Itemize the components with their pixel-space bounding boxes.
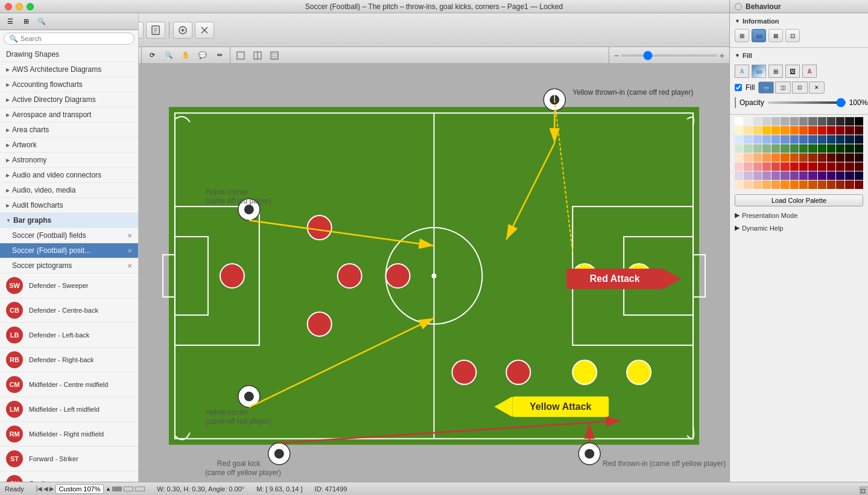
c58[interactable]: [799, 153, 808, 162]
c56[interactable]: [781, 153, 789, 162]
cb5[interactable]: [771, 135, 780, 144]
cr7[interactable]: [790, 162, 799, 171]
fill-linear-btn[interactable]: ◫: [775, 81, 791, 94]
cp7[interactable]: [790, 171, 799, 180]
cp5[interactable]: [771, 171, 780, 180]
sidebar-item-aws[interactable]: ▶ AWS Architecture Diagrams: [0, 62, 138, 77]
cr6[interactable]: [781, 162, 789, 171]
cg2[interactable]: [744, 144, 752, 153]
hand-tool[interactable]: ✋: [178, 49, 194, 62]
zoom-out-tool[interactable]: 🔍: [161, 49, 177, 62]
shape-item-st[interactable]: ST Forward - Striker: [0, 447, 138, 471]
c88[interactable]: [799, 180, 808, 189]
cg14[interactable]: [855, 144, 863, 153]
cr2-6[interactable]: [781, 126, 789, 135]
cr2-10[interactable]: [818, 126, 826, 135]
color-white[interactable]: [735, 117, 743, 126]
shape-item-lb[interactable]: LB Defender - Left-back: [0, 323, 138, 348]
cb2[interactable]: [744, 135, 752, 144]
c83[interactable]: [753, 180, 762, 189]
fill-radial-btn[interactable]: ⊡: [792, 81, 808, 94]
cp3[interactable]: [753, 171, 762, 180]
cg7[interactable]: [790, 144, 799, 153]
cb6[interactable]: [781, 135, 789, 144]
cp10[interactable]: [818, 171, 826, 180]
pencil-tool[interactable]: ✏: [212, 49, 227, 62]
color-3[interactable]: [762, 117, 771, 126]
shape-item-lm[interactable]: LM Midfielder - Left midfield: [0, 397, 138, 422]
fill-pattern-icon[interactable]: ⊞: [768, 65, 783, 78]
c81[interactable]: [735, 180, 743, 189]
dynamic-help-row[interactable]: ▶ Dynamic Help: [730, 222, 868, 234]
cp6[interactable]: [781, 171, 789, 180]
cr2-8[interactable]: [799, 126, 808, 135]
shape-item-rm[interactable]: RM Midfielder - Right midfield: [0, 422, 138, 447]
soccer-positions-close[interactable]: ✕: [127, 248, 132, 254]
c53[interactable]: [753, 153, 762, 162]
cb4[interactable]: [762, 135, 771, 144]
cp13[interactable]: [845, 171, 854, 180]
color-5[interactable]: [781, 117, 789, 126]
cr2[interactable]: [744, 162, 752, 171]
toolbar-insert-btn[interactable]: [173, 22, 192, 39]
cr14[interactable]: [855, 162, 863, 171]
tooltip-tool[interactable]: 💬: [195, 49, 211, 62]
sidebar-item-artwork[interactable]: ▶ Artwork: [0, 138, 138, 153]
presentation-mode-row[interactable]: ▶ Presentation Mode: [730, 209, 868, 222]
fill-color-icon[interactable]: A: [735, 65, 749, 78]
cb9[interactable]: [808, 135, 817, 144]
c55[interactable]: [771, 153, 780, 162]
cb13[interactable]: [845, 135, 854, 144]
sidebar-item-astronomy[interactable]: ▶ Astronomy: [0, 153, 138, 168]
cr2-12[interactable]: [836, 126, 844, 135]
cb14[interactable]: [855, 135, 863, 144]
sidebar-subitem-soccer-fields[interactable]: Soccer (Football) fields ✕: [0, 228, 138, 243]
grid-tool-2[interactable]: [250, 49, 265, 62]
cr2-1[interactable]: [735, 126, 743, 135]
c87[interactable]: [790, 180, 799, 189]
cg8[interactable]: [799, 144, 808, 153]
opacity-slider[interactable]: [768, 101, 846, 104]
toolbar-page-btn[interactable]: [146, 22, 165, 39]
cg12[interactable]: [836, 144, 844, 153]
minimize-button[interactable]: [16, 3, 23, 10]
cr10[interactable]: [818, 162, 826, 171]
c811[interactable]: [827, 180, 835, 189]
info-tool-2[interactable]: ▭: [752, 29, 766, 42]
color-10[interactable]: [827, 117, 835, 126]
soccer-fields-close[interactable]: ✕: [127, 232, 132, 239]
shape-item-gk[interactable]: GK Goalkeeper: [0, 471, 138, 482]
cr12[interactable]: [836, 162, 844, 171]
shape-item-rb[interactable]: RB Defender - Right-back: [0, 348, 138, 372]
zoom-slider[interactable]: [621, 54, 717, 57]
color-9[interactable]: [818, 117, 826, 126]
status-page-dropdown[interactable]: ▲: [105, 485, 111, 492]
cp1[interactable]: [735, 171, 743, 180]
c54[interactable]: [762, 153, 771, 162]
c813[interactable]: [845, 180, 854, 189]
cp9[interactable]: [808, 171, 817, 180]
fill-header[interactable]: ▼ Fill: [730, 50, 868, 61]
cr4[interactable]: [762, 162, 771, 171]
info-tool-4[interactable]: ⊡: [785, 29, 800, 42]
zoom-out-btn[interactable]: −: [614, 51, 619, 60]
load-palette-button[interactable]: Load Color Palette: [735, 194, 863, 206]
cr8[interactable]: [799, 162, 808, 171]
cr2-9[interactable]: [808, 126, 817, 135]
shape-item-cb[interactable]: CB Defender - Centre-back: [0, 298, 138, 323]
shape-item-cm[interactable]: CM Midfielder - Centre midfield: [0, 372, 138, 397]
cp4[interactable]: [762, 171, 771, 180]
info-tool-3[interactable]: ⊠: [768, 29, 783, 42]
cg1[interactable]: [735, 144, 743, 153]
search-input[interactable]: [21, 35, 129, 42]
cb1[interactable]: [735, 135, 743, 144]
sidebar-item-active-directory[interactable]: ▶ Active Directory Diagrams: [0, 92, 138, 107]
search-box[interactable]: 🔍: [4, 33, 135, 45]
sidebar-item-audit[interactable]: ▶ Audit flowcharts: [0, 198, 138, 213]
cr2-7[interactable]: [790, 126, 799, 135]
cb10[interactable]: [818, 135, 826, 144]
fill-checkbox[interactable]: [735, 84, 742, 91]
cr11[interactable]: [827, 162, 835, 171]
cg10[interactable]: [818, 144, 826, 153]
cb11[interactable]: [827, 135, 835, 144]
